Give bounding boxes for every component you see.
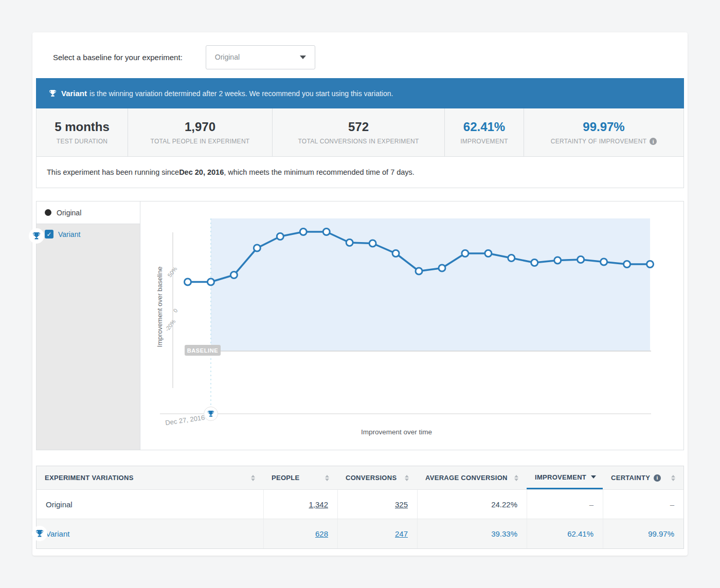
- winner-trophy-badge: [32, 526, 47, 541]
- column-header-label: IMPROVEMENT: [535, 473, 586, 481]
- conversions-cell: 325: [337, 490, 417, 519]
- people-link[interactable]: 628: [315, 529, 328, 538]
- stat-label: CERTAINTY OF IMPROVEMENT i: [551, 138, 657, 145]
- variation-name-cell: Variant: [37, 519, 263, 548]
- trophy-icon: [49, 89, 57, 97]
- stat-label-text: CERTAINTY OF IMPROVEMENT: [551, 138, 647, 145]
- stat-label: TOTAL CONVERSIONS IN EXPERIMENT: [298, 138, 419, 145]
- column-header-people[interactable]: PEOPLE: [263, 466, 337, 489]
- x-axis-title: Improvement over time: [319, 428, 474, 436]
- certainty-cell: –: [603, 490, 683, 519]
- info-icon[interactable]: i: [650, 138, 657, 145]
- sort-icon[interactable]: [405, 475, 409, 481]
- sort-icon[interactable]: [251, 475, 255, 481]
- series-dot-icon: [45, 209, 51, 216]
- banner-winner-name: Variant: [61, 89, 87, 98]
- winner-banner: Variant is the winning variation determi…: [36, 78, 684, 108]
- people-cell: 628: [263, 519, 337, 548]
- y-axis-title: Improvement over baseline: [156, 255, 164, 358]
- average-conversion-cell: 39.33%: [417, 519, 527, 548]
- column-header-label: CONVERSIONS: [346, 474, 397, 482]
- sort-desc-icon: [591, 475, 596, 479]
- stats-row: 5 months TEST DURATION 1,970 TOTAL PEOPL…: [37, 108, 683, 157]
- stat-total-conversions: 572 TOTAL CONVERSIONS IN EXPERIMENT: [272, 108, 444, 156]
- stat-value: 99.97%: [583, 120, 624, 134]
- conversions-link[interactable]: 247: [395, 529, 408, 538]
- experiment-results-card: Select a baseline for your experiment: O…: [32, 32, 688, 556]
- winner-axis-marker: [204, 407, 218, 421]
- improvement-line-chart: [140, 201, 683, 450]
- sort-icon[interactable]: [325, 475, 329, 481]
- table-row-original: Original 1,342 325 24.22% – –: [37, 490, 683, 519]
- table-row-variant: Variant 628 247 39.33% 62.41% 99.97%: [37, 519, 683, 548]
- sort-icon[interactable]: [514, 475, 518, 481]
- average-conversion-cell: 24.22%: [417, 490, 527, 519]
- legend-item-original[interactable]: Original: [37, 201, 140, 224]
- variations-table: EXPERIMENT VARIATIONS PEOPLE CONVERSIONS…: [36, 466, 684, 549]
- trophy-icon: [32, 232, 41, 240]
- stat-test-duration: 5 months TEST DURATION: [37, 108, 128, 156]
- conversions-cell: 247: [337, 519, 417, 548]
- chart-legend-sidebar: Original ✓ Variant: [37, 201, 140, 450]
- chevron-down-icon: [300, 56, 306, 59]
- baseline-dropdown[interactable]: Original: [206, 45, 315, 69]
- legend-label: Variant: [58, 230, 80, 238]
- certainty-cell: 99.97%: [603, 519, 683, 548]
- baseline-badge: BASELINE: [185, 345, 221, 356]
- chart-area: Improvement over baseline 50% 0 -20% BAS…: [140, 201, 683, 450]
- info-icon[interactable]: i: [654, 474, 661, 482]
- stat-value: 5 months: [55, 120, 110, 134]
- stat-value: 62.41%: [463, 120, 505, 134]
- baseline-selector-label: Select a baseline for your experiment:: [53, 53, 183, 62]
- experiment-note: This experiment has been running since D…: [37, 157, 683, 188]
- column-header-label: CERTAINTY: [611, 474, 650, 482]
- note-date: Dec 20, 2016: [179, 168, 224, 176]
- column-header-experiment-variations[interactable]: EXPERIMENT VARIATIONS: [37, 466, 263, 489]
- checkbox-checked-icon[interactable]: ✓: [45, 230, 53, 238]
- stat-total-people: 1,970 TOTAL PEOPLE IN EXPERIMENT: [128, 108, 272, 156]
- people-cell: 1,342: [263, 490, 337, 519]
- legend-item-variant[interactable]: ✓ Variant: [37, 230, 140, 238]
- improvement-chart-panel: Original ✓ Variant Improvement over base…: [36, 201, 684, 450]
- conversions-link[interactable]: 325: [395, 500, 408, 509]
- column-header-label: EXPERIMENT VARIATIONS: [45, 474, 134, 482]
- table-header-row: EXPERIMENT VARIATIONS PEOPLE CONVERSIONS…: [37, 466, 683, 490]
- baseline-selector-row: Select a baseline for your experiment: O…: [36, 36, 684, 78]
- column-header-label: PEOPLE: [272, 474, 300, 482]
- sort-icon[interactable]: [671, 475, 675, 481]
- stat-certainty: 99.97% CERTAINTY OF IMPROVEMENT i: [524, 108, 683, 156]
- stat-value: 1,970: [185, 120, 215, 134]
- trophy-icon: [35, 529, 44, 538]
- note-suffix: , which meets the minimum recommended ti…: [224, 168, 415, 176]
- variation-name-cell: Original: [37, 490, 263, 519]
- column-header-average-conversion[interactable]: AVERAGE CONVERSION: [417, 466, 527, 489]
- stat-improvement: 62.41% IMPROVEMENT: [444, 108, 524, 156]
- column-header-certainty[interactable]: CERTAINTY i: [603, 466, 683, 489]
- trophy-icon: [207, 410, 214, 417]
- baseline-dropdown-value: Original: [215, 53, 240, 61]
- improvement-cell: –: [527, 490, 603, 519]
- note-prefix: This experiment has been running since: [47, 168, 179, 176]
- stat-label: TEST DURATION: [57, 138, 107, 145]
- winner-trophy-badge: [29, 228, 44, 244]
- legend-label: Original: [57, 209, 81, 217]
- people-link[interactable]: 1,342: [309, 500, 328, 509]
- legend-gray-area: ✓ Variant: [37, 224, 140, 450]
- improvement-cell: 62.41%: [527, 519, 603, 548]
- column-header-conversions[interactable]: CONVERSIONS: [337, 466, 417, 489]
- stat-value: 572: [348, 120, 369, 134]
- column-header-improvement[interactable]: IMPROVEMENT: [527, 466, 603, 489]
- stat-label: IMPROVEMENT: [460, 138, 508, 145]
- summary-group: Variant is the winning variation determi…: [36, 78, 684, 188]
- banner-message: is the winning variation determined afte…: [89, 89, 393, 98]
- column-header-label: AVERAGE CONVERSION: [425, 474, 508, 482]
- stat-label: TOTAL PEOPLE IN EXPERIMENT: [151, 138, 250, 145]
